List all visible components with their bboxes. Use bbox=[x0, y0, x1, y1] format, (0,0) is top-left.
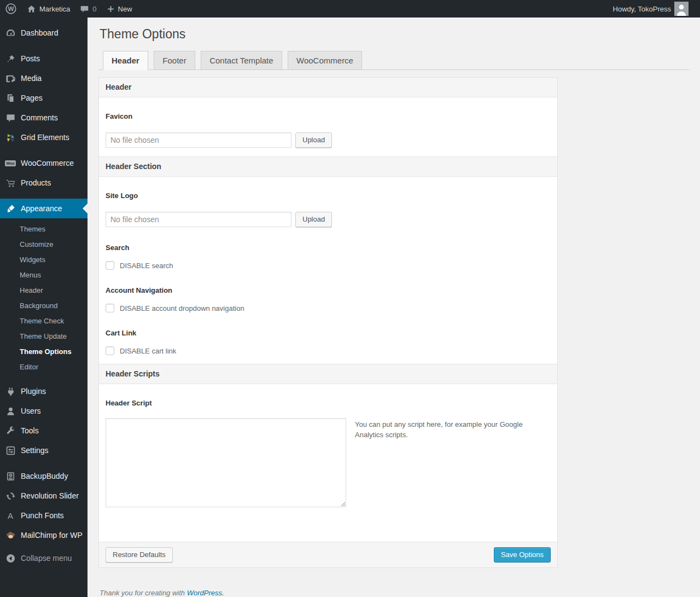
backup-drive-icon bbox=[5, 471, 16, 482]
howdy-label: Howdy, TokoPress bbox=[613, 5, 671, 13]
section-header-scripts-title: Header Scripts bbox=[99, 364, 557, 384]
save-options-button[interactable]: Save Options bbox=[494, 547, 551, 563]
wordpress-link[interactable]: WordPress. bbox=[187, 589, 224, 597]
sidebar-item-comments[interactable]: Comments bbox=[0, 108, 88, 127]
sidebar-item-mailchimp[interactable]: MailChimp for WP bbox=[0, 525, 88, 545]
disable-search-row[interactable]: DISABLE search bbox=[106, 261, 551, 270]
search-label: Search bbox=[106, 244, 551, 252]
tab-woocommerce[interactable]: WooCommerce bbox=[288, 51, 362, 69]
sidebar-item-pages[interactable]: Pages bbox=[0, 88, 88, 108]
comment-bubble-icon bbox=[5, 112, 16, 123]
dashboard-icon bbox=[5, 27, 16, 38]
header-script-help-text: You can put any script here, for example… bbox=[355, 418, 524, 440]
submenu-item-widgets[interactable]: Widgets bbox=[0, 252, 88, 268]
sidebar-item-media[interactable]: Media bbox=[0, 68, 88, 88]
sidebar-item-grid-elements[interactable]: Grid Elements bbox=[0, 127, 88, 147]
favicon-file-input[interactable] bbox=[106, 132, 291, 148]
sidebar-item-products[interactable]: Products bbox=[0, 173, 88, 193]
sidebar-item-label: Tools bbox=[21, 426, 39, 436]
sidebar-item-label: Collapse menu bbox=[21, 553, 72, 563]
disable-account-checkbox-label: DISABLE account dropdown navigation bbox=[120, 304, 244, 312]
disable-search-checkbox[interactable] bbox=[106, 261, 114, 270]
sidebar-item-posts[interactable]: Posts bbox=[0, 49, 88, 68]
page-title: Theme Options bbox=[98, 18, 689, 42]
sidebar-item-label: Punch Fonts bbox=[21, 511, 64, 520]
submenu-item-background[interactable]: Background bbox=[0, 298, 88, 314]
submenu-item-menus[interactable]: Menus bbox=[0, 268, 88, 283]
menu-separator bbox=[0, 193, 88, 199]
site-name-menu[interactable]: Marketica bbox=[22, 0, 75, 18]
collapse-arrow-icon bbox=[5, 553, 16, 564]
disable-account-row[interactable]: DISABLE account dropdown navigation bbox=[106, 304, 551, 312]
submenu-item-theme-check[interactable]: Theme Check bbox=[0, 314, 88, 329]
comment-count: 0 bbox=[92, 5, 96, 13]
sidebar-item-tools[interactable]: Tools bbox=[0, 421, 88, 440]
sidebar-item-label: Revolution Slider bbox=[21, 491, 79, 501]
wrench-icon bbox=[5, 425, 16, 436]
section-header-section-title: Header Section bbox=[99, 157, 557, 177]
site-logo-label: Site Logo bbox=[106, 192, 551, 200]
section-header-scripts-body: Header Script You can put any script her… bbox=[99, 384, 557, 542]
sidebar-item-woocommerce[interactable]: Woo WooCommerce bbox=[0, 153, 88, 173]
user-icon bbox=[5, 405, 16, 416]
site-logo-upload-button[interactable]: Upload bbox=[295, 212, 332, 227]
sidebar-item-users[interactable]: Users bbox=[0, 401, 88, 421]
sidebar-item-label: Grid Elements bbox=[21, 132, 69, 142]
site-name-label: Marketica bbox=[39, 5, 70, 13]
submenu-item-editor[interactable]: Editor bbox=[0, 360, 88, 375]
disable-cart-row[interactable]: DISABLE cart link bbox=[106, 346, 551, 355]
sidebar-item-collapse-menu[interactable]: Collapse menu bbox=[0, 548, 88, 568]
sidebar-item-backupbuddy[interactable]: BackupBuddy bbox=[0, 466, 88, 486]
disable-search-checkbox-label: DISABLE search bbox=[120, 262, 173, 270]
settings-sliders-icon bbox=[5, 445, 16, 456]
cart-link-label: Cart Link bbox=[106, 329, 551, 337]
sidebar-item-punch-fonts[interactable]: A Punch Fonts bbox=[0, 506, 88, 525]
submenu-item-theme-options[interactable]: Theme Options bbox=[0, 344, 88, 360]
plug-icon bbox=[5, 386, 16, 397]
new-content-menu[interactable]: New bbox=[102, 0, 137, 18]
header-script-label: Header Script bbox=[106, 399, 551, 407]
appearance-submenu: Themes Customize Widgets Menus Header Ba… bbox=[0, 218, 88, 381]
paintbrush-icon bbox=[5, 203, 16, 214]
site-logo-file-input[interactable] bbox=[106, 212, 291, 227]
sidebar-item-label: Users bbox=[21, 406, 41, 416]
sidebar-item-appearance[interactable]: Appearance bbox=[0, 199, 88, 218]
sidebar-item-plugins[interactable]: Plugins bbox=[0, 381, 88, 401]
favicon-upload-button[interactable]: Upload bbox=[295, 132, 332, 148]
letter-a-icon: A bbox=[5, 510, 16, 521]
submenu-item-header[interactable]: Header bbox=[0, 283, 88, 298]
sidebar-item-label: Comments bbox=[21, 113, 58, 123]
tab-header[interactable]: Header bbox=[103, 51, 148, 70]
sidebar-item-label: Pages bbox=[21, 93, 43, 103]
submenu-item-themes[interactable]: Themes bbox=[0, 222, 88, 237]
avatar bbox=[674, 2, 689, 16]
sidebar-item-revolution-slider[interactable]: Revolution Slider bbox=[0, 486, 88, 506]
tab-footer[interactable]: Footer bbox=[154, 51, 195, 69]
tab-bar: Header Footer Contact Template WooCommer… bbox=[98, 51, 689, 70]
wordpress-logo-menu[interactable]: W bbox=[0, 0, 22, 18]
sidebar-item-label: Posts bbox=[21, 54, 40, 63]
section-header-title: Header bbox=[99, 78, 557, 97]
pages-icon bbox=[5, 92, 16, 103]
menu-separator bbox=[0, 43, 88, 49]
account-menu[interactable]: Howdy, TokoPress bbox=[608, 0, 693, 18]
sidebar-item-settings[interactable]: Settings bbox=[0, 440, 88, 460]
woocommerce-icon: Woo bbox=[5, 158, 16, 169]
disable-account-checkbox[interactable] bbox=[106, 304, 114, 312]
submenu-item-theme-update[interactable]: Theme Update bbox=[0, 329, 88, 344]
menu-separator bbox=[0, 147, 88, 153]
comments-menu[interactable]: 0 bbox=[75, 0, 101, 18]
tab-contact-template[interactable]: Contact Template bbox=[201, 51, 282, 69]
sidebar-item-dashboard[interactable]: Dashboard bbox=[0, 23, 88, 43]
disable-cart-checkbox[interactable] bbox=[106, 346, 114, 355]
comment-bubble-icon bbox=[80, 4, 89, 14]
header-script-textarea[interactable] bbox=[106, 418, 346, 507]
footer-thanks-text: Thank you for creating with WordPress. bbox=[100, 589, 224, 597]
sidebar-item-label: BackupBuddy bbox=[21, 471, 68, 481]
sidebar-item-label: Media bbox=[21, 73, 42, 83]
admin-sidebar: Dashboard Posts Media Pages Comments Gri… bbox=[0, 18, 88, 597]
sidebar-item-label: Appearance bbox=[21, 204, 62, 213]
restore-defaults-button[interactable]: Restore Defaults bbox=[106, 547, 173, 563]
submenu-item-customize[interactable]: Customize bbox=[0, 237, 88, 252]
media-icon bbox=[5, 73, 16, 84]
